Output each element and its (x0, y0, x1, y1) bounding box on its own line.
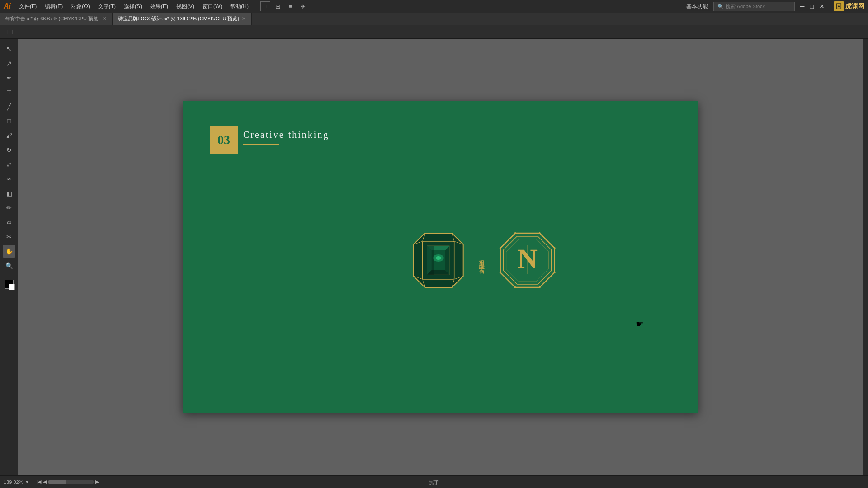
menu-text[interactable]: 文字(T) (94, 2, 119, 11)
svg-marker-12 (445, 246, 450, 275)
right-panel (863, 39, 868, 475)
tool-pen[interactable]: ✒ (3, 71, 15, 84)
tool-brush[interactable]: 🖌 (3, 129, 15, 142)
menu-window[interactable]: 窗口(W) (199, 2, 226, 11)
window-maximize[interactable]: □ (810, 3, 814, 10)
tool-type[interactable]: T (3, 86, 15, 99)
tab-2-label: 珠宝品牌LOGO设计.ai* @ 139.02% (CMYK/GPU 预览) (118, 15, 240, 22)
tool-eyedropper[interactable]: ✏ (3, 202, 15, 214)
nav-prev[interactable]: |◀ (36, 479, 41, 485)
tab-1-label: 年宵中击.ai* @ 66.67% (CMYK/GPU 预览) (5, 15, 100, 22)
tool-select[interactable]: ↖ (3, 42, 15, 55)
tool-name-center: 抓手 (429, 478, 439, 486)
menu-view[interactable]: 视图(V) (173, 2, 198, 11)
section-header: 03 Creative thinking (210, 126, 329, 154)
logo-svg: N N (498, 231, 557, 290)
tool-direct-select[interactable]: ↗ (3, 57, 15, 70)
left-toolbox: ↖ ↗ ✒ T ╱ □ 🖌 ↻ ⤢ ≈ ◧ ✏ ∞ ✂ ✋ 🔍 (0, 39, 18, 475)
toolbar-icon-grid[interactable]: ⊞ (273, 1, 283, 11)
svg-point-21 (514, 232, 516, 234)
progress-bar[interactable] (48, 480, 94, 484)
secondary-toolbar: | | (0, 25, 868, 39)
svg-rect-17 (427, 246, 434, 275)
svg-point-27 (499, 272, 501, 273)
status-bar: 139 02% ▼ |◀ ◀ ▶ 抓手 (0, 475, 868, 488)
svg-point-24 (553, 272, 555, 273)
svg-point-28 (499, 247, 501, 249)
search-placeholder: 搜索 Adobe Stock (726, 3, 765, 10)
content-center: 祖母绿宝石 (411, 229, 557, 292)
svg-point-16 (436, 256, 441, 260)
tool-warp[interactable]: ≈ (3, 173, 15, 185)
current-tool: 抓手 (429, 480, 439, 485)
menu-file[interactable]: 文件(F) (15, 2, 40, 11)
tabs-bar: 年宵中击.ai* @ 66.67% (CMYK/GPU 预览) ✕ 珠宝品牌LO… (0, 13, 868, 25)
toolbar-icon-send[interactable]: ✈ (298, 1, 308, 11)
menu-bar: Ai 文件(F) 编辑(E) 对象(O) 文字(T) 选择(S) 效果(E) 视… (0, 0, 868, 13)
section-underline (243, 144, 279, 145)
artboard: 03 Creative thinking (183, 101, 698, 413)
gem-container (411, 229, 466, 292)
tab-1-close[interactable]: ✕ (103, 16, 107, 22)
menu-help[interactable]: 帮助(H) (226, 2, 252, 11)
search-adobe-stock[interactable]: 🔍 搜索 Adobe Stock (713, 2, 795, 11)
tool-scissors[interactable]: ✂ (3, 230, 15, 243)
menu-effect[interactable]: 效果(E) (146, 2, 172, 11)
cursor-hand: ☛ (636, 319, 644, 329)
app-logo: Ai (4, 2, 11, 10)
section-number-box: 03 (210, 126, 238, 154)
window-close[interactable]: ✕ (819, 3, 825, 10)
section-title-area: Creative thinking (243, 126, 329, 145)
section-title: Creative thinking (243, 130, 329, 140)
toolbar-icon-arrange[interactable]: ≡ (286, 1, 296, 11)
toolbar-icon-square[interactable]: □ (260, 1, 270, 11)
tab-2[interactable]: 珠宝品牌LOGO设计.ai* @ 139.02% (CMYK/GPU 预览) ✕ (113, 13, 252, 25)
menu-edit[interactable]: 编辑(E) (41, 2, 66, 11)
tool-rect[interactable]: □ (3, 115, 15, 127)
menu-object[interactable]: 对象(O) (67, 2, 93, 11)
tab-1[interactable]: 年宵中击.ai* @ 66.67% (CMYK/GPU 预览) ✕ (0, 13, 113, 25)
nav-left[interactable]: ◀ (43, 479, 47, 485)
workspace-label[interactable]: 基本功能 (686, 3, 708, 10)
zoom-control[interactable]: 139 02% ▼ (4, 479, 29, 485)
section-number: 03 (217, 133, 230, 147)
fill-stroke-indicator[interactable] (5, 280, 14, 289)
brand-logo-area: 回 虎课网 (834, 1, 864, 11)
chinese-text: 祖母绿宝石 (475, 255, 489, 266)
menu-select[interactable]: 选择(S) (120, 2, 146, 11)
brand-box: 回 (834, 1, 844, 11)
zoom-value: 139 02% (4, 479, 23, 485)
tool-rotate[interactable]: ↻ (3, 144, 15, 156)
gem-svg (411, 229, 466, 292)
svg-point-25 (538, 286, 540, 288)
main-area: ↖ ↗ ✒ T ╱ □ 🖌 ↻ ⤢ ≈ ◧ ✏ ∞ ✂ ✋ 🔍 03 (0, 39, 868, 475)
svg-point-26 (514, 286, 516, 288)
window-minimize[interactable]: ─ (800, 3, 805, 10)
svg-point-23 (553, 247, 555, 249)
tool-zoom[interactable]: 🔍 (3, 259, 15, 272)
zoom-dropdown[interactable]: ▼ (25, 480, 29, 484)
tool-hand[interactable]: ✋ (3, 245, 15, 258)
tool-blend[interactable]: ∞ (3, 216, 15, 229)
svg-point-22 (538, 232, 540, 234)
tool-scale[interactable]: ⤢ (3, 158, 15, 171)
nav-controls: |◀ ◀ ▶ (36, 479, 99, 485)
tool-gradient[interactable]: ◧ (3, 187, 15, 200)
logo-container: N N (498, 231, 557, 290)
nav-right[interactable]: ▶ (95, 479, 99, 485)
tab-2-close[interactable]: ✕ (242, 16, 246, 22)
canvas-area: 03 Creative thinking (18, 39, 863, 475)
tool-line[interactable]: ╱ (3, 100, 15, 113)
brand-name: 虎课网 (845, 2, 864, 10)
